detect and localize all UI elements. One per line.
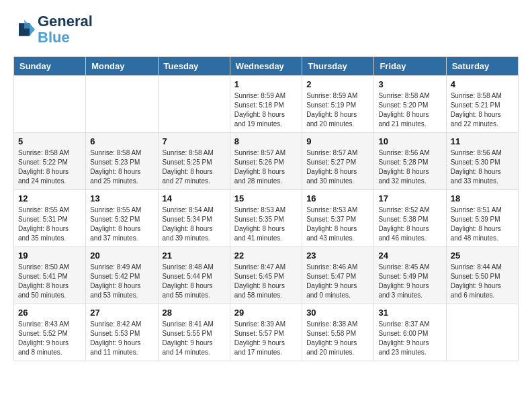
calendar-cell: 4Sunrise: 8:58 AM Sunset: 5:21 PM Daylig… (446, 76, 518, 133)
day-number: 11 (451, 136, 514, 146)
day-info: Sunrise: 8:59 AM Sunset: 5:19 PM Dayligh… (306, 91, 369, 129)
calendar-cell: 20Sunrise: 8:49 AM Sunset: 5:42 PM Dayli… (86, 247, 158, 304)
day-info: Sunrise: 8:38 AM Sunset: 5:58 PM Dayligh… (306, 320, 369, 357)
day-info: Sunrise: 8:45 AM Sunset: 5:49 PM Dayligh… (378, 263, 441, 300)
day-number: 8 (234, 136, 298, 146)
calendar-body: 1Sunrise: 8:59 AM Sunset: 5:18 PM Daylig… (14, 76, 519, 361)
day-info: Sunrise: 8:49 AM Sunset: 5:42 PM Dayligh… (90, 263, 153, 300)
day-number: 24 (378, 250, 441, 261)
day-info: Sunrise: 8:58 AM Sunset: 5:23 PM Dayligh… (90, 148, 153, 186)
day-number: 7 (163, 136, 226, 146)
day-header-friday: Friday (374, 57, 446, 76)
day-number: 14 (163, 193, 226, 203)
calendar-table: SundayMondayTuesdayWednesdayThursdayFrid… (13, 56, 519, 361)
day-number: 19 (18, 250, 81, 261)
day-info: Sunrise: 8:57 AM Sunset: 5:26 PM Dayligh… (234, 148, 298, 186)
calendar-cell: 12Sunrise: 8:55 AM Sunset: 5:31 PM Dayli… (14, 190, 86, 247)
calendar-cell: 23Sunrise: 8:46 AM Sunset: 5:47 PM Dayli… (302, 247, 374, 304)
calendar-cell: 25Sunrise: 8:44 AM Sunset: 5:50 PM Dayli… (446, 247, 518, 304)
day-info: Sunrise: 8:48 AM Sunset: 5:44 PM Dayligh… (163, 263, 226, 300)
calendar-cell (446, 304, 518, 361)
calendar-cell (158, 76, 230, 133)
calendar-cell: 19Sunrise: 8:50 AM Sunset: 5:41 PM Dayli… (14, 247, 86, 304)
day-number: 26 (18, 308, 81, 318)
logo-text: GeneralBlue (38, 13, 93, 46)
day-info: Sunrise: 8:56 AM Sunset: 5:30 PM Dayligh… (451, 148, 514, 186)
day-number: 18 (451, 193, 514, 203)
day-info: Sunrise: 8:58 AM Sunset: 5:20 PM Dayligh… (378, 91, 441, 129)
calendar-cell: 7Sunrise: 8:58 AM Sunset: 5:25 PM Daylig… (158, 133, 230, 190)
calendar-cell (14, 76, 86, 133)
calendar-week-3: 12Sunrise: 8:55 AM Sunset: 5:31 PM Dayli… (14, 190, 519, 247)
calendar-cell: 10Sunrise: 8:56 AM Sunset: 5:28 PM Dayli… (374, 133, 446, 190)
day-info: Sunrise: 8:54 AM Sunset: 5:34 PM Dayligh… (163, 205, 226, 243)
calendar-cell: 26Sunrise: 8:43 AM Sunset: 5:52 PM Dayli… (14, 304, 86, 361)
day-header-monday: Monday (86, 57, 158, 76)
day-header-sunday: Sunday (14, 57, 86, 76)
calendar-cell: 5Sunrise: 8:58 AM Sunset: 5:22 PM Daylig… (14, 133, 86, 190)
calendar-cell: 2Sunrise: 8:59 AM Sunset: 5:19 PM Daylig… (302, 76, 374, 133)
calendar-cell: 28Sunrise: 8:41 AM Sunset: 5:55 PM Dayli… (158, 304, 230, 361)
page-header: GeneralBlue (13, 13, 519, 46)
calendar-cell: 14Sunrise: 8:54 AM Sunset: 5:34 PM Dayli… (158, 190, 230, 247)
day-info: Sunrise: 8:55 AM Sunset: 5:31 PM Dayligh… (18, 205, 81, 243)
day-number: 20 (90, 250, 153, 261)
calendar-cell: 13Sunrise: 8:55 AM Sunset: 5:32 PM Dayli… (86, 190, 158, 247)
day-number: 30 (306, 308, 369, 318)
day-info: Sunrise: 8:57 AM Sunset: 5:27 PM Dayligh… (306, 148, 369, 186)
calendar-cell: 30Sunrise: 8:38 AM Sunset: 5:58 PM Dayli… (302, 304, 374, 361)
header-row: SundayMondayTuesdayWednesdayThursdayFrid… (14, 57, 519, 76)
day-info: Sunrise: 8:53 AM Sunset: 5:37 PM Dayligh… (306, 205, 369, 243)
day-number: 4 (451, 79, 514, 89)
day-header-saturday: Saturday (446, 57, 518, 76)
calendar-cell: 17Sunrise: 8:52 AM Sunset: 5:38 PM Dayli… (374, 190, 446, 247)
day-info: Sunrise: 8:41 AM Sunset: 5:55 PM Dayligh… (163, 320, 226, 357)
calendar-cell: 11Sunrise: 8:56 AM Sunset: 5:30 PM Dayli… (446, 133, 518, 190)
day-info: Sunrise: 8:47 AM Sunset: 5:45 PM Dayligh… (234, 263, 298, 300)
day-number: 23 (306, 250, 369, 261)
day-info: Sunrise: 8:59 AM Sunset: 5:18 PM Dayligh… (234, 91, 298, 129)
day-number: 5 (18, 136, 81, 146)
day-number: 12 (18, 193, 81, 203)
calendar-week-1: 1Sunrise: 8:59 AM Sunset: 5:18 PM Daylig… (14, 76, 519, 133)
calendar-week-5: 26Sunrise: 8:43 AM Sunset: 5:52 PM Dayli… (14, 304, 519, 361)
day-info: Sunrise: 8:55 AM Sunset: 5:32 PM Dayligh… (90, 205, 153, 243)
day-number: 28 (163, 308, 226, 318)
day-number: 3 (378, 79, 441, 89)
calendar-cell: 9Sunrise: 8:57 AM Sunset: 5:27 PM Daylig… (302, 133, 374, 190)
day-number: 25 (451, 250, 514, 261)
day-number: 9 (306, 136, 369, 146)
calendar-cell: 1Sunrise: 8:59 AM Sunset: 5:18 PM Daylig… (230, 76, 302, 133)
day-number: 1 (234, 79, 298, 89)
day-number: 13 (90, 193, 153, 203)
day-info: Sunrise: 8:58 AM Sunset: 5:22 PM Dayligh… (18, 148, 81, 186)
day-info: Sunrise: 8:58 AM Sunset: 5:21 PM Dayligh… (451, 91, 514, 129)
calendar-cell: 3Sunrise: 8:58 AM Sunset: 5:20 PM Daylig… (374, 76, 446, 133)
day-info: Sunrise: 8:56 AM Sunset: 5:28 PM Dayligh… (378, 148, 441, 186)
day-info: Sunrise: 8:46 AM Sunset: 5:47 PM Dayligh… (306, 263, 369, 300)
day-info: Sunrise: 8:37 AM Sunset: 6:00 PM Dayligh… (378, 320, 441, 357)
day-number: 22 (234, 250, 298, 261)
day-number: 15 (234, 193, 298, 203)
calendar-cell: 21Sunrise: 8:48 AM Sunset: 5:44 PM Dayli… (158, 247, 230, 304)
day-number: 6 (90, 136, 153, 146)
day-info: Sunrise: 8:58 AM Sunset: 5:25 PM Dayligh… (163, 148, 226, 186)
day-number: 16 (306, 193, 369, 203)
day-header-tuesday: Tuesday (158, 57, 230, 76)
day-number: 17 (378, 193, 441, 203)
calendar-cell: 16Sunrise: 8:53 AM Sunset: 5:37 PM Dayli… (302, 190, 374, 247)
calendar-cell: 31Sunrise: 8:37 AM Sunset: 6:00 PM Dayli… (374, 304, 446, 361)
day-number: 27 (90, 308, 153, 318)
day-number: 10 (378, 136, 441, 146)
day-info: Sunrise: 8:39 AM Sunset: 5:57 PM Dayligh… (234, 320, 298, 357)
calendar-header: SundayMondayTuesdayWednesdayThursdayFrid… (14, 57, 519, 76)
day-info: Sunrise: 8:42 AM Sunset: 5:53 PM Dayligh… (90, 320, 153, 357)
day-header-wednesday: Wednesday (230, 57, 302, 76)
day-number: 21 (163, 250, 226, 261)
calendar-week-2: 5Sunrise: 8:58 AM Sunset: 5:22 PM Daylig… (14, 133, 519, 190)
calendar-cell: 24Sunrise: 8:45 AM Sunset: 5:49 PM Dayli… (374, 247, 446, 304)
day-number: 31 (378, 308, 441, 318)
calendar-week-4: 19Sunrise: 8:50 AM Sunset: 5:41 PM Dayli… (14, 247, 519, 304)
day-info: Sunrise: 8:53 AM Sunset: 5:35 PM Dayligh… (234, 205, 298, 243)
day-info: Sunrise: 8:52 AM Sunset: 5:38 PM Dayligh… (378, 205, 441, 243)
